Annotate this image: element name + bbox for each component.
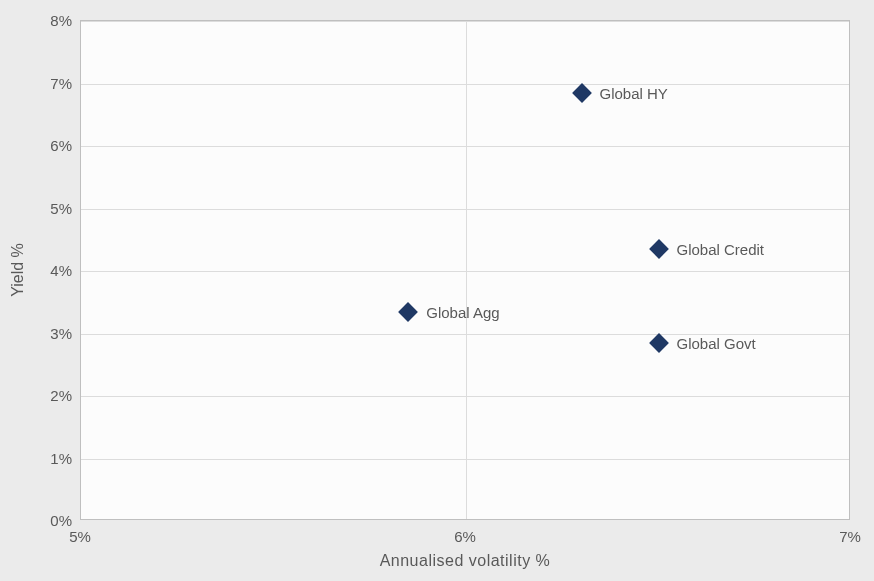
y-tick-label: 4%	[22, 262, 72, 279]
gridline-horizontal	[81, 271, 849, 272]
y-tick-label: 0%	[22, 512, 72, 529]
gridline-horizontal	[81, 84, 849, 85]
gridline-horizontal	[81, 396, 849, 397]
y-tick-label: 1%	[22, 449, 72, 466]
gridline-horizontal	[81, 209, 849, 210]
gridline-vertical	[466, 21, 467, 519]
data-point	[572, 83, 592, 103]
data-point	[649, 333, 669, 353]
y-tick-label: 7%	[22, 74, 72, 91]
data-point-label: Global HY	[600, 84, 668, 101]
data-point	[649, 239, 669, 259]
x-tick-label: 7%	[820, 528, 874, 545]
y-tick-label: 6%	[22, 137, 72, 154]
y-tick-label: 8%	[22, 12, 72, 29]
x-tick-label: 5%	[50, 528, 110, 545]
gridline-horizontal	[81, 146, 849, 147]
gridline-horizontal	[81, 459, 849, 460]
gridline-horizontal	[81, 21, 849, 22]
x-axis-title: Annualised volatility %	[380, 552, 551, 570]
data-point-label: Global Credit	[677, 241, 765, 258]
y-tick-label: 5%	[22, 199, 72, 216]
data-point-label: Global Govt	[677, 334, 756, 351]
plot-area: Global AggGlobal HYGlobal CreditGlobal G…	[80, 20, 850, 520]
y-tick-label: 3%	[22, 324, 72, 341]
data-point	[398, 302, 418, 322]
x-tick-label: 6%	[435, 528, 495, 545]
data-point-label: Global Agg	[426, 303, 499, 320]
scatter-chart: Global AggGlobal HYGlobal CreditGlobal G…	[0, 0, 874, 581]
y-tick-label: 2%	[22, 387, 72, 404]
